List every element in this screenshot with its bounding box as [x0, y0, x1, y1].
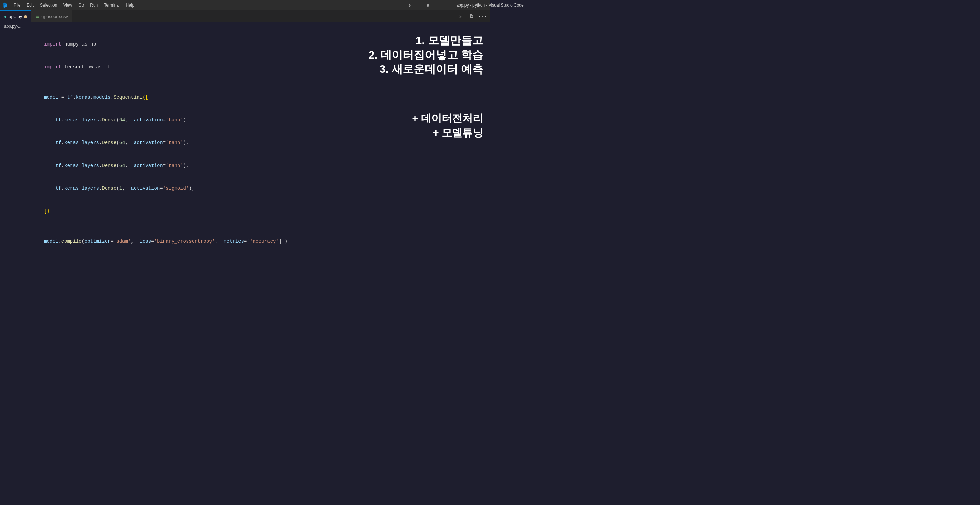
menu-go[interactable]: Go — [76, 2, 87, 8]
code-content: ]) — [21, 200, 50, 222]
split-editor-button[interactable]: ⧉ — [466, 11, 476, 21]
tab-bar: ● app.py ▤ gpascore.csv ▷ ⧉ ··· — [0, 10, 490, 22]
tab-gpa-csv[interactable]: ▤ gpascore.csv — [32, 10, 72, 22]
breadcrumb-file[interactable]: app.py — [4, 24, 17, 29]
num-64: 64 — [119, 117, 125, 123]
code-content: tf.keras.layers.Dense(1, activation='sig… — [21, 177, 195, 200]
menu-terminal[interactable]: Terminal — [101, 2, 122, 8]
menu-help[interactable]: Help — [123, 2, 137, 8]
code-dot: . — [91, 95, 93, 100]
code-content: import tensorflow as tf — [21, 56, 110, 78]
param-activation: activation — [134, 117, 163, 123]
header-actions: ▷ ⧉ ··· — [455, 11, 490, 21]
breadcrumb: app.py › ... — [0, 22, 490, 30]
code-line-8: tf.keras.layers.Dense(1, activation='sig… — [0, 177, 490, 200]
code-eq: = — [58, 95, 67, 100]
menu-bar: File Edit Selection View Go Run Terminal… — [11, 2, 137, 8]
menu-view[interactable]: View — [60, 2, 75, 8]
code-line-11: model.compile(optimizer='adam', loss='bi… — [0, 230, 490, 252]
code-content: model = tf.keras.models.Sequential([ — [21, 86, 148, 109]
tab-gpa-csv-label: gpascore.csv — [41, 14, 68, 19]
code-content: import numpy as np — [21, 33, 96, 56]
var-keras: keras — [76, 95, 91, 100]
fn-sequential: Sequential — [113, 95, 143, 100]
var-keras: keras — [64, 117, 79, 123]
var-tf: tf — [67, 95, 73, 100]
code-line-7: tf.keras.layers.Dense(64, activation='ta… — [0, 154, 490, 177]
more-actions-button[interactable]: ··· — [477, 11, 487, 21]
menu-selection[interactable]: Selection — [37, 2, 60, 8]
code-content: tf.keras.layers.Dense(64, activation='ta… — [21, 109, 189, 132]
var-models: models — [93, 95, 110, 100]
code-content — [21, 222, 24, 230]
csv-icon: ▤ — [35, 14, 39, 19]
run-button[interactable]: ▷ — [402, 0, 418, 10]
code-tf: tf — [105, 64, 111, 70]
python-icon: ● — [4, 14, 6, 19]
code-section[interactable]: import numpy as np import tensorflow as … — [0, 30, 490, 252]
breadcrumb-dots[interactable]: ... — [18, 24, 21, 29]
code-dot: . — [111, 95, 113, 100]
code-line-9: ]) — [0, 200, 490, 222]
menu-file[interactable]: File — [11, 2, 23, 8]
code-as: as — [81, 41, 90, 47]
code-line-5: tf.keras.layers.Dense(64, activation='ta… — [0, 109, 490, 132]
layout-button[interactable]: ⊞ — [420, 0, 436, 10]
str-tanh: 'tanh' — [165, 117, 183, 123]
code-close-bracket: ]) — [44, 208, 50, 214]
fn-dense: Dense — [102, 117, 116, 123]
var-tf: tf — [56, 117, 61, 123]
code-np: np — [91, 41, 96, 47]
code-line-6: tf.keras.layers.Dense(64, activation='ta… — [0, 132, 490, 154]
menu-edit[interactable]: Edit — [24, 2, 37, 8]
title-bar: File Edit Selection View Go Run Terminal… — [0, 0, 490, 10]
code-content — [21, 78, 24, 86]
code-line-3 — [0, 78, 490, 86]
keyword-import: import — [44, 41, 64, 47]
code-line-10 — [0, 222, 490, 230]
code-as: as — [96, 64, 105, 70]
code-line-4: model = tf.keras.models.Sequential([ — [0, 86, 490, 109]
code-tensorflow: tensorflow — [64, 64, 96, 70]
code-line-1: import numpy as np — [0, 33, 490, 56]
code-dot: . — [73, 95, 76, 100]
minimize-button[interactable]: ─ — [437, 0, 453, 10]
code-line-2: import tensorflow as tf — [0, 56, 490, 78]
var-model: model — [44, 95, 58, 100]
code-content: tf.keras.layers.Dense(64, activation='ta… — [21, 154, 189, 177]
window-title: app.py - python - Visual Studio Code — [456, 3, 490, 8]
tab-modified-dot — [24, 15, 27, 18]
menu-run[interactable]: Run — [87, 2, 100, 8]
tab-app-py[interactable]: ● app.py — [0, 10, 32, 22]
vscode-logo-icon — [3, 2, 8, 8]
code-bracket: ([ — [143, 95, 148, 100]
keyword-import: import — [44, 64, 64, 70]
title-bar-left: File Edit Selection View Go Run Terminal… — [3, 2, 137, 8]
code-content: tf.keras.layers.Dense(64, activation='ta… — [21, 132, 189, 154]
tab-app-py-label: app.py — [9, 14, 22, 19]
code-text: numpy — [64, 41, 81, 47]
editor-area: import numpy as np import tensorflow as … — [0, 30, 490, 252]
run-code-button[interactable]: ▷ — [455, 11, 465, 21]
code-content: model.compile(optimizer='adam', loss='bi… — [21, 230, 288, 252]
var-layers: layers — [81, 117, 99, 123]
